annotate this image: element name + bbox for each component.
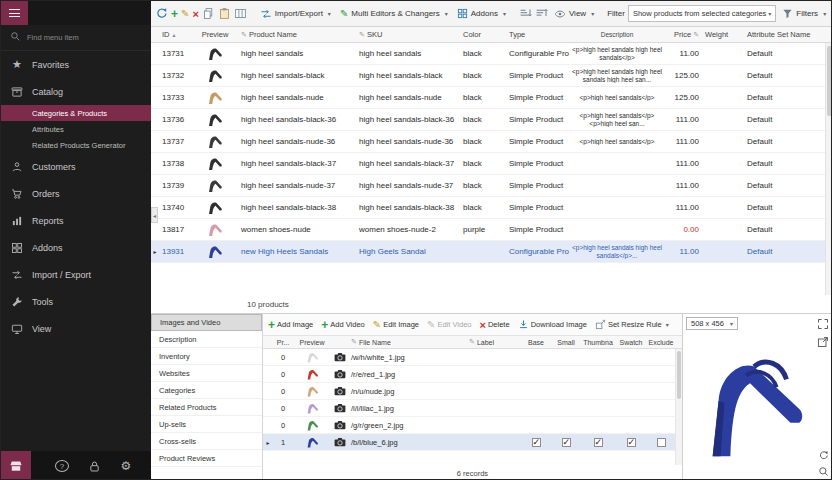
sidebar-item-customers[interactable]: Customers <box>1 153 151 180</box>
table-row[interactable]: 13737 high heel sandals-nude-36 high hee… <box>151 131 832 153</box>
column-header-type[interactable]: Type <box>505 30 569 39</box>
detail-tab[interactable]: Cross-sells <box>151 433 262 450</box>
hamburger-menu-button[interactable] <box>1 1 28 25</box>
small-checkbox[interactable] <box>562 438 571 447</box>
column-header-preview[interactable]: Preview <box>293 339 331 346</box>
open-external-icon[interactable] <box>817 336 829 348</box>
column-header-label[interactable]: Label <box>467 338 521 346</box>
column-header-swatch[interactable]: Swatch <box>615 339 647 346</box>
multi-editors-menu-button[interactable]: Multi Editors & Changers <box>337 6 451 21</box>
shoe-thumbnail-icon <box>306 385 319 398</box>
download-image-button[interactable]: Download Image <box>516 317 589 332</box>
scrollbar-thumb[interactable] <box>827 46 832 116</box>
sidebar-item-favorites[interactable]: Favorites <box>1 51 151 78</box>
column-header-id[interactable]: ID <box>159 30 193 39</box>
edit-product-button[interactable] <box>181 7 189 21</box>
swatch-checkbox[interactable] <box>627 438 636 447</box>
table-row[interactable]: 13733 high heel sandals-nude high heel s… <box>151 87 832 109</box>
sort-ascending-button[interactable] <box>519 7 532 21</box>
scrollbar-thumb[interactable] <box>677 351 681 399</box>
delete-product-button[interactable] <box>192 7 198 21</box>
detail-tab[interactable]: Inventory <box>151 348 262 365</box>
table-row[interactable]: 13736 high heel sandals-black-36 high he… <box>151 109 832 131</box>
table-row[interactable]: 13731 high heel sandals high heel sandal… <box>151 43 832 65</box>
thumbnail-checkbox[interactable] <box>594 438 603 447</box>
table-row[interactable]: ▸ 13931 new High Heels Sandals High Geel… <box>151 241 832 263</box>
detail-tab[interactable]: Images and Video <box>151 314 262 331</box>
preview-size-select[interactable]: 508 x 456 <box>686 317 738 330</box>
sidebar-item-view[interactable]: View <box>1 315 151 342</box>
zoom-icon[interactable] <box>818 466 829 477</box>
products-scrollbar[interactable] <box>825 43 832 295</box>
column-header-small[interactable]: Small <box>551 339 581 346</box>
detail-tab[interactable]: Product Reviews <box>151 450 262 467</box>
table-row[interactable]: 13740 high heel sandals-black-38 high he… <box>151 197 832 219</box>
column-header-attribute-set[interactable]: Attribute Set Name <box>741 30 825 39</box>
sidebar-item-reports[interactable]: Reports <box>1 207 151 234</box>
column-header-sku[interactable]: SKU <box>355 30 459 39</box>
sidebar-item-tools[interactable]: Tools <box>1 288 151 315</box>
sidebar-item-orders[interactable]: Orders <box>1 180 151 207</box>
column-header-exclude[interactable]: Exclude <box>647 339 675 346</box>
detail-tab[interactable]: Categories <box>151 382 262 399</box>
table-row[interactable]: 13732 high heel sandals-black high heel … <box>151 65 832 87</box>
column-header-weight[interactable]: Weight <box>705 30 741 39</box>
sidebar-item-addons[interactable]: Addons <box>1 234 151 261</box>
filters-button[interactable]: Filters <box>779 6 829 21</box>
detail-tab[interactable]: Up-sells <box>151 416 262 433</box>
column-header-file-name[interactable]: File Name <box>349 338 467 346</box>
image-row[interactable]: 0 /l/i/lilac_1.jpg <box>263 400 682 417</box>
delete-image-button[interactable]: Delete <box>478 317 512 333</box>
exclude-checkbox[interactable] <box>657 438 666 447</box>
store-button[interactable] <box>1 451 31 480</box>
sidebar-item-catalog[interactable]: Catalog <box>1 78 151 105</box>
sidebar-item-related-products-generator[interactable]: Related Products Generator <box>1 137 151 153</box>
help-icon[interactable] <box>55 460 69 472</box>
detail-tab[interactable]: Description <box>151 331 262 348</box>
sidebar-item-categories-products[interactable]: Categories & Products <box>1 105 151 121</box>
columns-button[interactable] <box>234 7 247 21</box>
images-scrollbar[interactable] <box>675 349 682 465</box>
detail-tab[interactable]: Related Products <box>151 399 262 416</box>
column-header-description[interactable]: Description <box>569 31 665 38</box>
addons-menu-button[interactable]: Addons <box>454 6 509 21</box>
image-row[interactable]: 0 /n/u/nude.jpg <box>263 383 682 400</box>
image-row[interactable]: 0 /r/e/red_1.jpg <box>263 366 682 383</box>
column-header-product-name[interactable]: Product Name <box>237 30 355 39</box>
edit-image-button[interactable]: Edit Image <box>371 317 421 332</box>
column-header-price[interactable]: Price <box>665 30 705 39</box>
column-header-color[interactable]: Color <box>459 30 505 39</box>
table-row[interactable]: 13817 women shoes-nude women shoes-nude-… <box>151 219 832 241</box>
column-header-position[interactable]: Pr... <box>273 339 293 346</box>
column-header-thumbnail[interactable]: Thumbna <box>581 339 615 346</box>
edit-video-button[interactable]: Edit Video <box>425 317 473 332</box>
set-resize-rule-button[interactable]: Set Resize Rule <box>593 317 671 332</box>
add-video-button[interactable]: Add Video <box>319 316 367 334</box>
table-row[interactable]: 13739 high heel sandals-nude-37 high hee… <box>151 175 832 197</box>
import-export-menu-button[interactable]: Import/Export <box>257 6 334 22</box>
image-row[interactable]: 0 /g/r/green_2.jpg <box>263 417 682 434</box>
sort-descending-button[interactable] <box>535 7 548 21</box>
column-header-preview[interactable]: Preview <box>193 30 237 39</box>
base-checkbox[interactable] <box>532 438 541 447</box>
column-header-base[interactable]: Base <box>521 339 551 346</box>
add-product-button[interactable] <box>171 7 178 21</box>
sidebar-item-attributes[interactable]: Attributes <box>1 121 151 137</box>
image-row[interactable]: ▸ 1 /b/l/blue_6.jpg <box>263 434 682 451</box>
gear-icon[interactable] <box>119 459 133 473</box>
detail-tab[interactable]: Websites <box>151 365 262 382</box>
add-image-button[interactable]: Add Image <box>266 316 315 334</box>
collapse-panel-handle[interactable] <box>151 207 158 223</box>
sidebar-item-import-export[interactable]: Import / Export <box>1 261 151 288</box>
lock-icon[interactable] <box>87 460 101 473</box>
filter-select[interactable]: Show products from selected categories <box>628 5 776 22</box>
table-row[interactable]: 13738 high heel sandals-black-37 high he… <box>151 153 832 175</box>
rotate-icon[interactable] <box>818 450 829 461</box>
paste-button[interactable] <box>218 7 231 21</box>
view-menu-button[interactable]: View <box>551 6 597 22</box>
copy-button[interactable] <box>202 7 215 21</box>
sidebar-search-input[interactable]: Find menu item <box>1 25 151 51</box>
fullscreen-icon[interactable] <box>817 318 829 330</box>
image-row[interactable]: 0 /w/h/white_1.jpg <box>263 349 682 366</box>
refresh-button[interactable] <box>155 7 168 21</box>
